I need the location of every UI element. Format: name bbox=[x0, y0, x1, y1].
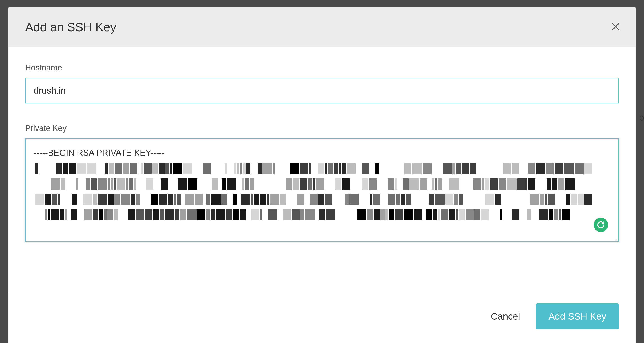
private-key-textarea[interactable] bbox=[25, 138, 619, 242]
cancel-button[interactable]: Cancel bbox=[491, 311, 520, 322]
close-icon bbox=[611, 22, 620, 32]
modal-title: Add an SSH Key bbox=[25, 20, 116, 34]
add-ssh-key-button[interactable]: Add SSH Key bbox=[536, 303, 619, 329]
hostname-input[interactable] bbox=[25, 78, 619, 103]
private-key-label: Private Key bbox=[25, 124, 619, 133]
close-button[interactable] bbox=[609, 20, 622, 34]
hostname-label: Hostname bbox=[25, 63, 619, 73]
add-ssh-key-modal: Add an SSH Key Hostname Private Key bbox=[8, 7, 636, 343]
modal-header: Add an SSH Key bbox=[8, 7, 636, 47]
modal-body: Hostname Private Key bbox=[8, 47, 636, 292]
modal-footer: Cancel Add SSH Key bbox=[8, 292, 636, 343]
hostname-field-group: Hostname bbox=[25, 63, 619, 103]
private-key-wrap bbox=[25, 138, 619, 243]
obscured-background-text: b bbox=[639, 113, 644, 123]
private-key-field-group: Private Key bbox=[25, 124, 619, 243]
